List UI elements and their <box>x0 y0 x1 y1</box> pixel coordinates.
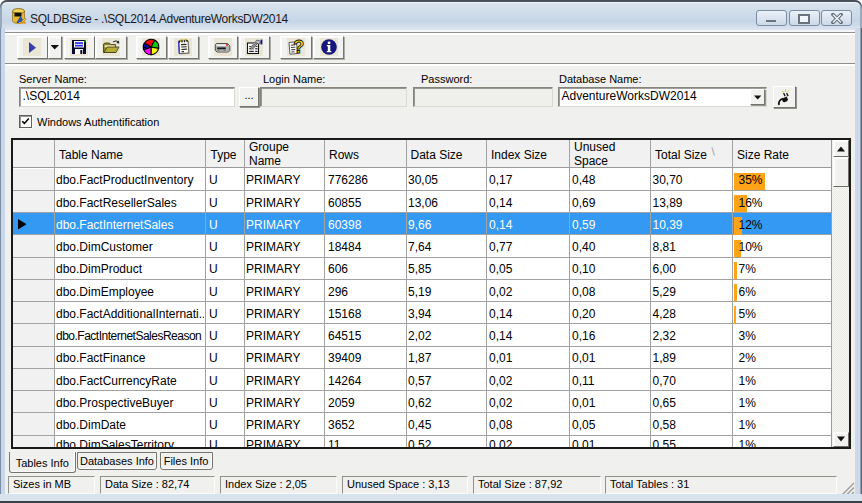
svg-text:?: ? <box>293 38 304 56</box>
